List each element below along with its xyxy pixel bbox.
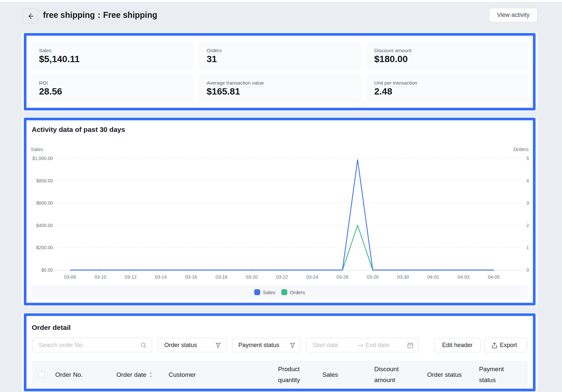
search-icon [141,342,146,348]
legend-label: Orders [290,290,305,295]
date-range-picker[interactable]: Start date End date [306,338,419,352]
sort-icon[interactable] [149,372,153,378]
stat-card-value: $165.81 [207,87,240,97]
start-date-placeholder: Start date [312,338,338,352]
x-axis-label: 03-10 [91,274,110,280]
calendar-icon [407,342,413,348]
stat-card-value: 2.48 [374,87,392,97]
stat-card-unit-per-transaction: Unit per transaction2.48 [367,75,528,102]
right-axis-label: 2 [516,222,529,228]
legend-item-orders[interactable]: Orders [281,289,305,295]
filter-funnel-icon [216,343,221,348]
export-label: Export [500,338,517,352]
stat-card-value: 28.56 [39,87,62,97]
column-header-product-quantity[interactable]: Productquantity [278,364,300,385]
stat-card-label: ROI [39,80,48,87]
back-button[interactable] [22,8,38,24]
x-axis-label: 03-08 [60,274,80,280]
stat-card-label: Sales [39,48,52,55]
x-axis-label: 03-16 [181,274,201,280]
order-status-filter[interactable]: Order status [158,338,226,352]
x-axis-label: 03-22 [272,274,292,280]
payment-status-label: Payment status [238,338,279,352]
x-axis-label: 04-05 [484,274,504,280]
legend-label: Sales [263,290,275,295]
legend-swatch [281,289,287,295]
stat-card-value: $5,140.11 [39,54,80,64]
stat-card-discount-amount: Discount amount$180.00 [367,42,528,69]
y-axis-label: $600.00 [13,200,53,206]
column-header-order-date[interactable]: Order date [116,369,146,380]
select-all-checkbox[interactable] [38,371,45,378]
left-axis-title: Sales [31,146,43,152]
x-axis-label: 04-03 [454,274,473,280]
right-axis-label: 1 [516,245,529,251]
y-axis-label: $200.00 [13,245,53,251]
payment-status-filter[interactable]: Payment status [232,338,301,352]
y-axis-label: $400.00 [13,222,53,228]
column-header-payment-status[interactable]: Paymentstatus [479,364,504,385]
right-axis-label: 3 [516,200,529,206]
x-axis-label: 03-24 [302,274,322,280]
column-header-customer[interactable]: Customer [169,369,196,380]
export-icon [492,342,497,348]
stat-card-label: Unit per transaction [374,80,417,87]
stat-card-label: Average transaction value [207,80,264,87]
right-axis-label: 5 [516,155,529,161]
order-status-label: Order status [164,338,197,352]
view-activity-button[interactable]: View activity [489,8,538,22]
top-white-strip [0,0,562,2]
y-axis-label: $800.00 [13,178,53,184]
column-header-sales[interactable]: Sales [322,369,338,380]
right-axis-label: 0 [516,267,529,273]
stat-card-average-transaction-value: Average transaction value$165.81 [199,75,361,102]
legend-item-sales[interactable]: Sales [254,289,275,295]
x-axis-label: 03-26 [333,274,352,280]
y-axis-label: $1,000.00 [13,155,53,161]
chart-legend: SalesOrders [32,285,528,299]
arrow-right-icon [357,343,364,348]
arrow-left-icon [27,13,34,20]
x-axis-label: 03-20 [242,274,261,280]
right-axis-label: 4 [516,178,529,184]
right-axis-title: Orders [489,146,529,152]
x-axis-label: 03-12 [121,274,140,280]
x-axis-label: 04-01 [423,274,443,280]
filter-funnel-icon [290,343,295,348]
y-axis-label: $0.00 [13,267,53,273]
chart-title: Activity data of past 30 days [32,126,125,134]
stat-card-sales: Sales$5,140.11 [31,42,193,69]
search-placeholder: Search order No. [39,338,84,352]
x-axis-label: 03-28 [363,274,383,280]
stat-card-roi: ROI28.56 [31,75,193,102]
stat-card-orders: Orders31 [199,42,361,69]
x-axis-label: 03-30 [393,274,413,280]
legend-swatch [254,289,260,295]
export-button[interactable]: Export [484,338,527,352]
end-date-placeholder: End date [366,338,389,352]
x-axis-label: 03-14 [151,274,171,280]
stat-card-label: Discount amount [374,48,412,55]
column-header-order-no-[interactable]: Order No. [55,369,83,380]
page-title: free shipping：Free shipping [43,10,157,20]
search-order-input[interactable]: Search order No. [32,338,152,352]
stat-card-label: Orders [207,48,222,55]
edit-header-label: Edit header [434,338,480,352]
column-header-order-status[interactable]: Order status [427,369,462,380]
edit-header-button[interactable]: Edit header [434,338,481,352]
orders-title: Order detail [32,324,71,332]
stat-card-value: 31 [207,54,217,64]
column-header-discount-amount[interactable]: Discountamount [374,364,399,385]
x-axis-label: 03-18 [212,274,231,280]
stat-card-value: $180.00 [374,54,408,64]
